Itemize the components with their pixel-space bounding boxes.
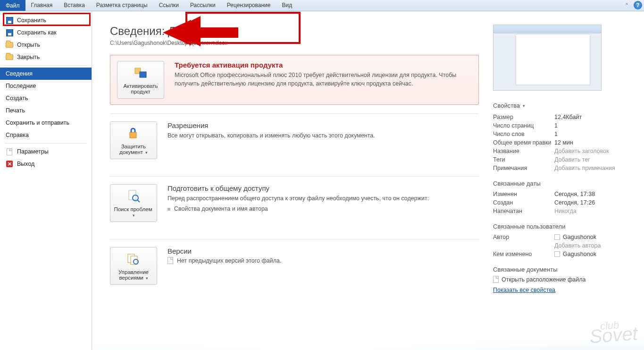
- sidebar-item-help[interactable]: Справка: [0, 129, 92, 141]
- inspect-icon: [126, 188, 141, 204]
- section-title: Версии: [167, 247, 479, 255]
- page-title: Сведения: Документ: [110, 25, 479, 38]
- activation-section: Активировать продукт Требуется активация…: [110, 55, 479, 105]
- person-icon: [554, 234, 560, 240]
- sidebar-item-label: Сохранить и отправить: [6, 120, 69, 126]
- sidebar-item-save[interactable]: Сохранить: [0, 14, 92, 26]
- button-label: Управление версиями ▾: [112, 269, 155, 281]
- svg-rect-2: [130, 132, 136, 138]
- sidebar-item-label: Выход: [17, 161, 34, 167]
- prepare-bullet: Свойства документа и имя автора: [167, 205, 479, 212]
- button-label: Защитить документ ▾: [112, 144, 155, 155]
- exit-icon: ✕: [6, 160, 13, 168]
- sidebar-item-share[interactable]: Сохранить и отправить: [0, 117, 92, 129]
- check-issues-button[interactable]: Поиск проблем ▾: [110, 184, 157, 222]
- activate-product-button[interactable]: Активировать продукт: [117, 61, 164, 99]
- chevron-down-icon: ▾: [144, 150, 148, 155]
- button-label: Активировать продукт: [119, 83, 162, 94]
- minimize-ribbon-icon[interactable]: ⌃: [621, 0, 632, 11]
- sidebar-item-new[interactable]: Создать: [0, 92, 92, 104]
- sidebar-item-label: Закрыть: [17, 54, 40, 60]
- svg-line-5: [137, 200, 140, 202]
- person-icon: [554, 251, 560, 257]
- sidebar-item-label: Последние: [6, 83, 36, 89]
- document-thumbnail[interactable]: [493, 25, 602, 91]
- separator: [5, 65, 87, 66]
- related-dates-header: Связанные даты: [493, 180, 635, 187]
- sidebar-item-open[interactable]: Открыть: [0, 39, 92, 51]
- sidebar-item-label: Справка: [6, 132, 29, 138]
- property-row: Число слов1: [493, 130, 635, 138]
- help-icon[interactable]: ?: [634, 1, 642, 9]
- svg-rect-1: [140, 72, 146, 77]
- chevron-down-icon: ▾: [144, 276, 148, 281]
- disk-icon: [6, 29, 13, 36]
- ribbon-tab-references[interactable]: Ссылки: [153, 0, 184, 11]
- sidebar-item-label: Открыть: [17, 42, 40, 48]
- related-people-header: Связанные пользователи: [493, 223, 635, 230]
- property-row: Общее время правки12 мин: [493, 138, 635, 147]
- ribbon-tab-home[interactable]: Главная: [25, 0, 59, 11]
- manage-versions-button[interactable]: Управление версиями ▾: [110, 247, 157, 285]
- related-docs-header: Связанные документы: [493, 266, 635, 273]
- sidebar-item-recent[interactable]: Последние: [0, 80, 92, 92]
- sidebar-item-label: Сохранить как: [17, 29, 57, 36]
- add-author-row[interactable]: Добавить автора: [493, 241, 635, 250]
- button-label: Поиск проблем ▾: [112, 206, 155, 218]
- versions-section: Управление версиями ▾ Версии Нет предыду…: [110, 239, 479, 293]
- separator: [5, 143, 87, 144]
- product-key-icon: [133, 65, 148, 80]
- property-row[interactable]: ПримечанияДобавить примечания: [493, 164, 635, 172]
- show-all-properties-link[interactable]: Показать все свойства: [493, 287, 635, 293]
- page-icon: [493, 276, 499, 283]
- ribbon-tab-review[interactable]: Рецензирование: [221, 0, 276, 11]
- chevron-down-icon: ▾: [523, 103, 525, 108]
- page-icon: [167, 257, 173, 264]
- ribbon-tab-layout[interactable]: Разметка страницы: [91, 0, 153, 11]
- bullet-icon: [167, 208, 170, 211]
- protect-document-button[interactable]: Защитить документ ▾: [110, 121, 157, 159]
- date-row: НапечатанНикогда: [493, 207, 635, 215]
- author-value[interactable]: Gagushonok: [554, 234, 596, 240]
- open-file-location-link[interactable]: Открыть расположение файла: [493, 276, 635, 283]
- properties-header[interactable]: Свойства▾: [493, 102, 635, 109]
- sidebar-item-label: Параметры: [17, 148, 49, 155]
- section-text: Перед распространением общего доступа к …: [167, 194, 479, 203]
- property-row: Число страниц1: [493, 121, 635, 130]
- backstage-content: Сведения: Документ C:\Users\Gagushonok\D…: [92, 11, 644, 350]
- sidebar-item-info[interactable]: Сведения: [0, 68, 92, 80]
- permissions-section: Защитить документ ▾ Разрешения Все могут…: [110, 113, 479, 168]
- sidebar-item-label: Сохранить: [17, 17, 46, 24]
- sidebar-item-exit[interactable]: ✕ Выход: [0, 158, 92, 170]
- sidebar-item-saveas[interactable]: Сохранить как: [0, 26, 92, 39]
- ribbon-tab-file[interactable]: Файл: [0, 0, 25, 11]
- folder-open-icon: [6, 41, 13, 49]
- section-title: Требуется активация продукта: [175, 61, 472, 69]
- ribbon-tab-mailings[interactable]: Рассылки: [184, 0, 221, 11]
- sidebar-item-label: Создать: [6, 95, 28, 102]
- lock-key-icon: [126, 126, 141, 141]
- ribbon-tab-view[interactable]: Вид: [276, 0, 298, 11]
- no-versions-row: Нет предыдущих версий этого файла.: [167, 257, 479, 264]
- folder-icon: [6, 53, 13, 61]
- properties-panel: Свойства▾ Размер12,4КбайтЧисло страниц1Ч…: [493, 11, 644, 350]
- lastmodifiedby-row: Кем изменено Gagushonok: [493, 250, 635, 258]
- file-path: C:\Users\Gagushonok\Desktop\Документ.doc…: [110, 40, 479, 46]
- author-row: Автор Gagushonok: [493, 233, 635, 241]
- property-row: Размер12,4Кбайт: [493, 113, 635, 121]
- property-row[interactable]: НазваниеДобавить заголовок: [493, 147, 635, 155]
- section-text: Все могут открывать, копировать и изменя…: [167, 131, 479, 140]
- ribbon-tab-insert[interactable]: Вставка: [58, 0, 91, 11]
- sidebar-item-close[interactable]: Закрыть: [0, 51, 92, 63]
- section-title: Разрешения: [167, 121, 479, 129]
- backstage-sidebar: Сохранить Сохранить как Открыть Закрыть …: [0, 11, 92, 350]
- date-row: СозданСегодня, 17:26: [493, 198, 635, 207]
- sidebar-item-label: Печать: [6, 107, 25, 114]
- versions-icon: [126, 251, 141, 266]
- property-row[interactable]: ТегиДобавить тег: [493, 155, 635, 164]
- sidebar-item-options[interactable]: Параметры: [0, 145, 92, 158]
- chevron-down-icon: ▾: [133, 213, 135, 218]
- sidebar-item-print[interactable]: Печать: [0, 104, 92, 117]
- options-icon: [6, 148, 13, 155]
- disk-icon: [6, 17, 13, 24]
